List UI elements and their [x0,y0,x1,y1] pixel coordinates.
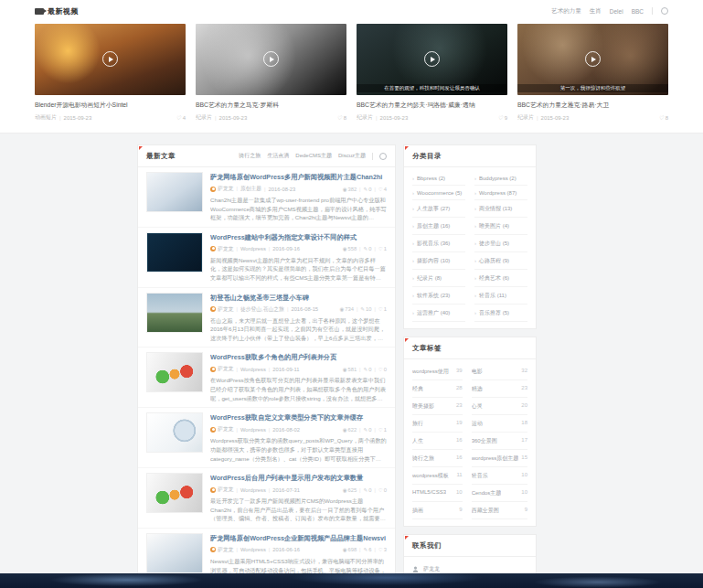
video-category[interactable]: 纪录片 [196,113,212,122]
video-title[interactable]: Blender开源电影动画短片小Sintel [35,101,186,110]
article-category[interactable]: Wordpress [233,427,265,433]
category-link[interactable]: 唯美图片 (4) [474,218,527,235]
video-nav-item[interactable]: Delei [610,8,623,15]
category-link[interactable]: 摄影内容 (10) [412,252,465,270]
video-thumbnail[interactable] [35,24,186,95]
article-title[interactable]: WordPress获取自定义文章类型分类下的文章并缓存 [210,413,387,422]
comments-icon: ✎ [357,367,367,372]
video-thumbnail[interactable] [196,24,346,95]
tag-link[interactable]: 精选23 [472,380,527,398]
article-title[interactable]: 萨龙网络原创WordPress企业新闻视频产品品牌主题Newsvi [210,534,387,543]
video-category[interactable]: 纪录片 [517,113,534,122]
video-title[interactable]: BBC艺术的力量之约瑟夫·玛洛德·威廉·透纳 [357,101,507,110]
category-link[interactable]: 经典艺术 (6) [474,270,527,287]
article-thumbnail[interactable] [146,232,203,273]
video-title[interactable]: BBC艺术的力量之雅克·路易·大卫 [517,101,668,110]
tag-link[interactable]: Cendos主题10 [472,485,527,502]
article-category[interactable]: Wordpress [233,547,265,552]
category-link[interactable]: 商业情报 (13) [474,200,527,218]
tag-link[interactable]: 运动18 [472,415,527,433]
category-link[interactable]: 纪录片 (8) [412,270,465,287]
tag-link[interactable]: 电影32 [472,363,527,380]
refresh-icon[interactable] [661,7,668,15]
category-link[interactable]: 轻音乐 (11) [474,287,527,305]
video-thumbnail[interactable]: 在首要的观望，科技和时间发让领员否确认 [357,24,507,95]
tag-link[interactable]: 旅行19 [412,415,463,433]
comments-icon: ✎ [357,427,367,433]
tag-link[interactable]: 西藏全景图9 [472,502,527,519]
category-link[interactable]: 徒步登山 (5) [474,235,527,252]
heart-icon: ♡ [371,246,382,251]
tag-link[interactable]: 360全景图17 [472,433,527,450]
article-thumbnail[interactable] [146,352,203,392]
tag-link[interactable]: 插画9 [412,502,463,519]
article-category[interactable]: 原创主题 [233,185,261,193]
tag-link[interactable]: 轻音乐10 [472,467,527,485]
article-title[interactable]: WordPress获取多个角色的用户列表并分页 [210,353,387,362]
article-author[interactable]: 萨龙龙 [218,425,233,433]
contact-header: 联系我们 [404,535,536,557]
video-meta: 动画短片 2015-09-23 ♡ 4 [35,113,186,122]
article-category[interactable]: Wordpress [233,367,265,372]
category-link[interactable]: 心路历程 (9) [474,252,527,270]
article-thumbnail[interactable] [146,172,203,212]
article-author[interactable]: 萨龙龙 [218,185,233,193]
tags-title: 文章标签 [412,344,442,353]
categories-title: 分类目录 [412,152,442,161]
category-link[interactable]: 影视音乐 (36) [412,235,465,252]
tag-link[interactable]: wordpress模板11 [412,467,463,485]
tag-link[interactable]: wordpress使用39 [412,363,463,380]
article-title[interactable]: 初登苍山之畅览圣帝三塔显小车碑 [210,294,387,303]
article-title[interactable]: 萨龙网络原创WordPress多用户新闻视频图片主题Chan2hi [210,173,387,182]
article-meta: 萨龙龙 Wordpress 2016-06-16 ◉698 ✎6 ♡3 [210,546,387,554]
tab-link[interactable]: Discuz主题 [338,152,366,160]
refresh-icon[interactable] [379,153,387,160]
category-link[interactable]: 软件系统 (23) [412,287,465,305]
category-link[interactable]: Woocommerce (5) [412,186,465,200]
video-card: Blender开源电影动画短片小Sintel 动画短片 2015-09-23 ♡… [35,24,186,122]
article-category[interactable]: Wordpress [233,246,265,251]
article-title[interactable]: WordPress建站中利器为指定文章设计不同的样式 [210,233,387,242]
article-category[interactable]: 徒步登山,苍山之旅 [233,305,284,314]
article-thumbnail[interactable] [146,533,203,573]
heart-icon: ♡ [498,115,503,121]
tag-link[interactable]: HTML5/CSS310 [412,485,463,502]
tag-link[interactable]: wordpress原创主题15 [472,450,527,467]
category-link[interactable]: Wordpress (87) [474,186,527,200]
contact-title: 联系我们 [412,541,442,551]
tag-link[interactable]: 经典28 [412,380,463,398]
heart-icon: ♡ [659,115,664,121]
video-category[interactable]: 纪录片 [357,113,373,122]
tag-link[interactable]: 心灵20 [472,398,527,415]
category-link[interactable]: Bbpress (2) [412,171,465,186]
video-likes: ♡ 4 [176,114,186,121]
video-nav-item[interactable]: BBC [632,8,644,15]
article-author[interactable]: 萨龙龙 [218,546,233,554]
tab-link[interactable]: DedeCMS主题 [295,152,332,160]
tag-link[interactable]: 人生16 [412,433,463,450]
tag-link[interactable]: 唯美摄影23 [412,398,463,415]
category-link[interactable]: 音乐推荐 (5) [474,305,527,322]
video-nav-item[interactable]: 艺术的力量 [551,7,581,16]
article-thumbnail[interactable] [146,412,203,453]
article-author[interactable]: 萨龙龙 [218,486,233,494]
video-category[interactable]: 动画短片 [35,113,57,122]
tab-link[interactable]: 生活点滴 [267,152,289,160]
article-thumbnail[interactable] [146,473,203,513]
tag-link[interactable]: 骑行之旅16 [412,450,463,467]
video-nav-item[interactable]: 生肖 [590,7,602,16]
video-title[interactable]: BBC艺术的力量之马克·罗斯科 [196,101,346,110]
article-author[interactable]: 萨龙龙 [218,245,233,253]
tab-link[interactable]: 骑行之旅 [239,152,261,160]
latest-videos-title: 最新视频 [48,6,79,16]
article-thumbnail[interactable] [146,293,203,333]
article-author[interactable]: 萨龙龙 [218,305,233,314]
category-link[interactable]: 原创主题 (16) [412,218,465,235]
category-link[interactable]: 人生故事 (27) [412,200,465,218]
category-link[interactable]: Buddypress (2) [474,171,527,186]
article-title[interactable]: WordPress后台用户列表中显示用户发布的文章数量 [210,474,387,483]
article-author[interactable]: 萨龙龙 [218,365,233,373]
article-category[interactable]: Wordpress [233,487,265,493]
category-link[interactable]: 运营推广 (40) [412,305,465,322]
video-thumbnail[interactable]: 第一次，我很惊讶和些许欲望 [517,24,668,95]
